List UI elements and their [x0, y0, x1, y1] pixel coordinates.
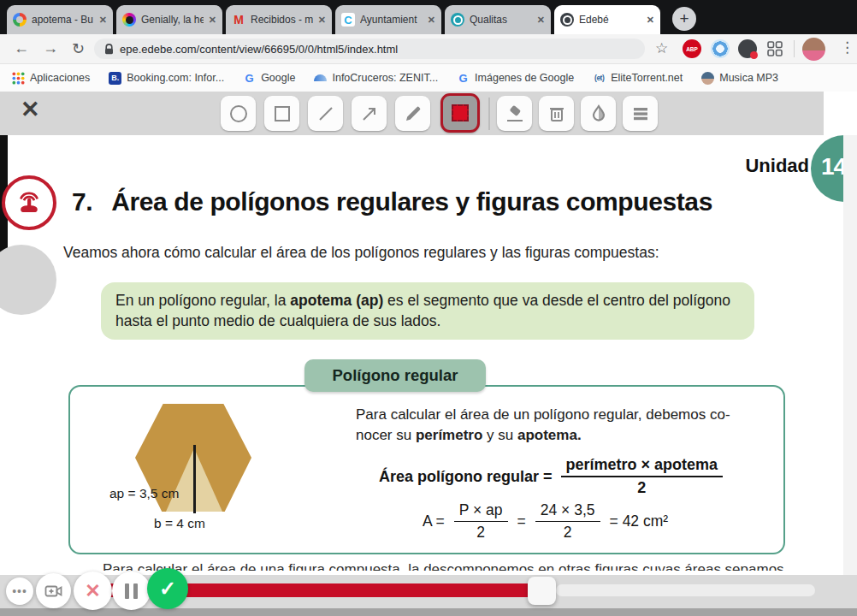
adblock-extension-icon[interactable]: ABP [683, 39, 701, 58]
reload-icon[interactable]: ↻ [72, 39, 85, 58]
bookmark-label: InfoCruceros: ZENIT... [332, 72, 438, 84]
line-tool-button[interactable] [308, 96, 343, 131]
tab-title: Recibidos - m [251, 14, 313, 26]
bookmark-apps[interactable]: Aplicaciones [12, 72, 90, 85]
tab-bar: apotema - Bu ✕ Genially, la he ✕ M Recib… [0, 0, 857, 34]
booking-icon: B. [109, 72, 121, 85]
cancel-recording-button[interactable]: ✕ [74, 572, 112, 610]
eraser-tool-button[interactable] [497, 96, 532, 131]
notification-dot [750, 51, 758, 59]
arrow-tool-button[interactable] [352, 96, 387, 131]
card-bold-apotema: apotema. [517, 427, 582, 443]
interactive-press-button[interactable] [2, 175, 56, 230]
card-text: y su [482, 427, 517, 443]
card-paragraph-line1: Para calcular el área de un polígono reg… [356, 406, 780, 424]
url-text: epe.edebe.com/content/view/66695/0/0/htm… [120, 43, 398, 56]
apothem-line [193, 445, 196, 513]
bookmark-label: Booking.com: Infor... [127, 72, 224, 84]
pause-recording-button[interactable] [112, 572, 151, 610]
tab-apotema[interactable]: apotema - Bu ✕ [7, 5, 113, 34]
infocruceros-icon [314, 74, 327, 81]
definition-box: En un polígono regular, la apotema (ap) … [101, 282, 754, 340]
droplet-icon [588, 104, 609, 124]
more-options-button[interactable]: ••• [6, 578, 33, 605]
tab-close-icon[interactable]: ✕ [537, 15, 545, 26]
section-number: 7. [72, 187, 92, 216]
equals-sign: = [517, 512, 526, 530]
card-text: nocer su [356, 427, 416, 443]
new-tab-button[interactable]: + [672, 7, 696, 31]
selected-color-swatch-icon [452, 104, 469, 121]
tab-close-icon[interactable]: ✕ [428, 15, 435, 26]
base-label: b = 4 cm [154, 516, 205, 531]
tab-ayuntamiento[interactable]: C Ayuntamient ✕ [335, 5, 441, 34]
card-bold-perimetro: perímetro [416, 427, 482, 443]
url-field[interactable]: epe.edebe.com/content/view/66695/0/0/htm… [94, 38, 645, 59]
tab-title: Genially, la he [141, 14, 204, 26]
bookmarks-bar: Aplicaciones B. Booking.com: Infor... G … [0, 64, 857, 92]
clipped-next-paragraph: Para calcular el área de una figura comp… [103, 561, 787, 571]
tab-qualitas[interactable]: Qualitas ✕ [445, 5, 551, 34]
definition-text: En un polígono regular, la [115, 292, 290, 309]
fraction-numerator: P × ap [454, 501, 508, 522]
card-title-pill: Polígono regular [304, 359, 486, 392]
qualitas-favicon-icon [451, 13, 464, 27]
fraction-denominator: 2 [564, 522, 572, 542]
color-tool-button-selected[interactable] [440, 93, 480, 133]
google-favicon-icon [13, 13, 27, 27]
genially-favicon-icon [122, 13, 136, 27]
annotation-close-icon[interactable]: ✕ [21, 98, 40, 121]
fill-opacity-button[interactable] [581, 96, 616, 131]
gmail-favicon-icon: M [232, 13, 245, 27]
rectangle-tool-button[interactable] [264, 96, 299, 131]
bookmark-imagenes-google[interactable]: G Imágenes de Google [457, 72, 574, 85]
profile-avatar[interactable] [802, 38, 825, 61]
bookmark-star-icon[interactable]: ☆ [655, 39, 668, 57]
bookmark-booking[interactable]: B. Booking.com: Infor... [109, 72, 224, 85]
extension-icon[interactable] [711, 39, 730, 58]
square-icon [272, 104, 293, 124]
bookmark-infocruceros[interactable]: InfoCruceros: ZENIT... [314, 72, 438, 84]
record-camera-button[interactable] [36, 573, 71, 608]
confirm-button[interactable]: ✓ [147, 568, 188, 609]
tab-title: Edebé [579, 14, 641, 26]
tab-title: Qualitas [470, 14, 532, 26]
google-g-icon: G [243, 72, 256, 85]
fraction-denominator: 2 [476, 522, 485, 542]
formula-fraction: P × ap 2 [454, 501, 508, 542]
forward-icon[interactable]: → [43, 39, 58, 57]
camera-plus-icon [44, 581, 64, 601]
bookmark-label: Musica MP3 [719, 72, 778, 84]
formula-lhs: A = [423, 512, 445, 530]
right-margin-column [843, 135, 857, 575]
tab-genially[interactable]: Genially, la he ✕ [116, 5, 222, 34]
ellipse-tool-button[interactable] [221, 96, 256, 131]
chrome-menu-icon[interactable]: ⋮ [840, 38, 854, 56]
bookmark-elitetorrent[interactable]: (et) EliteTorrent.net [593, 72, 683, 85]
pencil-tool-button[interactable] [395, 96, 430, 131]
clear-all-button[interactable] [539, 96, 574, 131]
tab-close-icon[interactable]: ✕ [318, 15, 326, 26]
bookmark-google[interactable]: G Google [243, 72, 295, 85]
unit-number: 14 [821, 153, 846, 181]
formula-fraction: perímetro × apotema 2 [561, 456, 724, 497]
bookmark-label: Aplicaciones [30, 72, 90, 84]
menu-button[interactable] [623, 96, 658, 131]
workspaces-grid-icon[interactable] [767, 41, 783, 56]
tab-close-icon[interactable]: ✕ [647, 15, 654, 26]
bookmark-label: EliteTorrent.net [611, 72, 683, 84]
hamburger-menu-icon [630, 104, 651, 124]
pen-size-slider-handle[interactable] [528, 577, 556, 605]
pen-size-track[interactable] [556, 584, 815, 596]
tab-close-icon[interactable]: ✕ [209, 15, 216, 26]
bookmark-label: Imágenes de Google [475, 72, 574, 84]
tab-edebe-active[interactable]: Edebé ✕ [554, 5, 660, 34]
musica-avatar-icon [701, 72, 714, 85]
tab-gmail[interactable]: M Recibidos - m ✕ [226, 5, 332, 34]
back-icon[interactable]: ← [14, 39, 29, 57]
lock-icon [104, 44, 114, 55]
extension-notification-icon[interactable] [738, 39, 757, 58]
eraser-icon [504, 103, 526, 125]
bookmark-musica-mp3[interactable]: Musica MP3 [701, 72, 778, 85]
tab-close-icon[interactable]: ✕ [99, 15, 107, 26]
